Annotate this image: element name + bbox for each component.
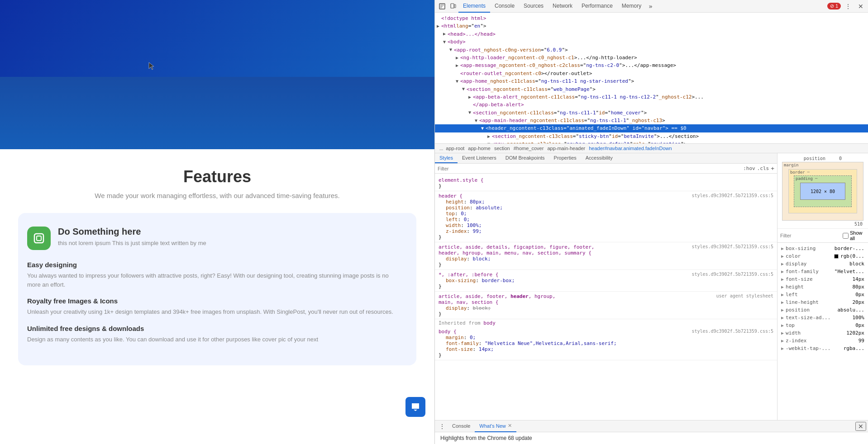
tree-toggle[interactable]: ▶: [467, 94, 473, 100]
tree-line[interactable]: ▶ <section _ngcontent-c13 class="sticky-…: [435, 132, 868, 140]
tree-toggle[interactable]: ▶: [435, 23, 441, 29]
console-tab-close[interactable]: ✕: [508, 423, 512, 429]
tree-toggle[interactable]: ▼: [467, 109, 473, 116]
tree-toggle[interactable]: ▶: [441, 31, 448, 37]
breadcrumb-item[interactable]: app-root: [444, 145, 466, 151]
computed-row[interactable]: ▶ text-size-ad... 100%: [777, 314, 868, 321]
css-rule: element.style { }: [435, 175, 777, 191]
features-title: Features: [9, 167, 425, 186]
tree-line[interactable]: ▼ <section _ngcontent-c11 class="ng-tns-…: [435, 109, 868, 117]
color-swatch: [834, 254, 839, 259]
tab-dom-breakpoints[interactable]: DOM Breakpoints: [501, 153, 549, 163]
elements-panel: <!doctype html> ▶ <html lang="en"> ▶ <he…: [435, 13, 868, 444]
html-tree[interactable]: <!doctype html> ▶ <html lang="en"> ▶ <he…: [435, 13, 868, 144]
computed-row[interactable]: ▶ box-sizing border-...: [777, 245, 868, 252]
features-section: Features We made your work managing effo…: [0, 149, 434, 383]
filter-cls[interactable]: .cls: [757, 165, 769, 171]
tree-line[interactable]: ▼ <app-home _nghost-c11 class="ng-tns-c1…: [435, 77, 868, 85]
filter-hov[interactable]: :hov: [743, 165, 755, 171]
tab-sources[interactable]: Sources: [519, 0, 548, 13]
tab-accessibility[interactable]: Accessibility: [581, 153, 617, 163]
devtools-close-btn[interactable]: ✕: [855, 1, 866, 12]
styles-tabs: Styles Event Listeners DOM Breakpoints P…: [435, 153, 777, 164]
filter-add[interactable]: +: [771, 165, 774, 172]
bottom-console: ⋮ Console What's New ✕ ✕ Highlights from…: [435, 420, 868, 444]
tab-properties[interactable]: Properties: [549, 153, 581, 163]
tree-toggle[interactable]: ▼: [441, 39, 448, 45]
computed-row[interactable]: ▶ left 0px: [777, 291, 868, 298]
tree-line[interactable]: ▶ <app-beta-alert _ngcontent-c11 class="…: [435, 93, 868, 101]
console-message: Highlights from the Chrome 68 update: [440, 435, 532, 441]
computed-row[interactable]: ▶ width 1202px: [777, 329, 868, 337]
show-all-checkbox[interactable]: [843, 233, 849, 239]
console-close-btn[interactable]: ✕: [855, 422, 866, 431]
computed-row[interactable]: ▶ top 0px: [777, 321, 868, 329]
breadcrumb-item-active[interactable]: header#navbar.animated.fadeInDown: [587, 145, 673, 151]
computed-row[interactable]: ▶ display block: [777, 260, 868, 268]
computed-row[interactable]: ▶ height 80px: [777, 283, 868, 291]
tree-line-selected[interactable]: ▼ <header _ngcontent-c13 class="animated…: [435, 124, 868, 132]
tree-line[interactable]: ▶ <head>...</head>: [435, 30, 868, 38]
tab-network[interactable]: Network: [548, 0, 577, 13]
tree-line[interactable]: ▼ <app-main-header _ngcontent-c11 class=…: [435, 117, 868, 124]
position-num: position 0: [804, 155, 842, 162]
tree-line[interactable]: <!doctype html>: [435, 14, 868, 22]
feature1-title: Easy designing: [27, 261, 403, 269]
tree-toggle[interactable]: ▶: [454, 55, 460, 61]
console-tab-console[interactable]: Console: [448, 420, 475, 432]
tree-line[interactable]: ▼ <section _ngcontent-c11 class="web_hom…: [435, 85, 868, 93]
tab-styles[interactable]: Styles: [435, 153, 458, 163]
devtools-more-btn[interactable]: ⋮: [843, 1, 854, 12]
device-btn[interactable]: [448, 1, 458, 12]
tab-console[interactable]: Console: [490, 0, 519, 13]
feature3-title: Unlimited free designs & downloads: [27, 325, 403, 332]
feature2-title: Royalty free Images & Icons: [27, 297, 403, 305]
breadcrumb-item-home-cover[interactable]: #home_cover: [512, 145, 546, 151]
console-more-btn[interactable]: ⋮: [437, 421, 448, 432]
computed-filter-input[interactable]: [780, 233, 843, 238]
tree-line[interactable]: <router-outlet _ngcontent-c0></router-ou…: [435, 70, 868, 77]
tab-more[interactable]: »: [646, 3, 655, 10]
feature1-desc: You always wanted to impress your follow…: [27, 271, 403, 289]
breadcrumb-item-section[interactable]: section: [492, 145, 512, 151]
tree-toggle[interactable]: ▼: [473, 118, 479, 124]
feature-main-title: Do Something here: [58, 227, 206, 237]
styles-area: Styles Event Listeners DOM Breakpoints P…: [435, 153, 868, 420]
tree-line[interactable]: ▼ <body>: [435, 38, 868, 46]
svg-rect-4: [454, 5, 456, 8]
tree-toggle[interactable]: ▶: [486, 133, 492, 140]
svg-rect-1: [37, 236, 41, 241]
tree-line[interactable]: </app-beta-alert>: [435, 101, 868, 109]
computed-row[interactable]: ▶ color rgb(0...: [777, 252, 868, 260]
tree-line[interactable]: ▼ <app-root _nghost-c0 ng-version="6.0.9…: [435, 46, 868, 54]
tree-toggle[interactable]: ▼: [479, 125, 486, 132]
computed-row[interactable]: ▶ -webkit-tap-... rgba...: [777, 345, 868, 352]
computed-row[interactable]: ▶ font-size 14px: [777, 275, 868, 283]
tab-event-listeners[interactable]: Event Listeners: [458, 153, 501, 163]
console-tab-whats-new[interactable]: What's New ✕: [475, 420, 516, 432]
tree-line[interactable]: ▶ <app-message _ngcontent-c0 _nghost-c2 …: [435, 61, 868, 69]
breadcrumb-item[interactable]: app-home: [466, 145, 492, 151]
tree-line[interactable]: ▼ <nav _ngcontent-c13 class="navbar navb…: [435, 140, 868, 144]
chat-button[interactable]: [405, 397, 425, 417]
computed-row[interactable]: ▶ line-height 20px: [777, 298, 868, 306]
tab-performance[interactable]: Performance: [577, 0, 617, 13]
tree-toggle[interactable]: ▼: [460, 86, 467, 92]
computed-row[interactable]: ▶ z-index 99: [777, 337, 868, 345]
show-all-label[interactable]: Show all: [843, 230, 865, 241]
tree-toggle[interactable]: ▼: [448, 47, 454, 53]
inspect-btn[interactable]: [437, 1, 448, 12]
breadcrumb-item-app-main-header[interactable]: app-main-header: [545, 145, 587, 151]
computed-row[interactable]: ▶ position absolu...: [777, 306, 868, 314]
feature-item-3: Unlimited free designs & downloads Desig…: [27, 325, 403, 344]
tab-memory[interactable]: Memory: [617, 0, 646, 13]
tab-elements[interactable]: Elements: [458, 0, 490, 13]
tree-line[interactable]: ▶ <html lang="en">: [435, 22, 868, 30]
computed-row[interactable]: ▶ font-family "Helvet...: [777, 268, 868, 275]
styles-filter-input[interactable]: [438, 166, 741, 171]
tree-toggle[interactable]: ▼: [454, 78, 460, 85]
error-badge: ⊘ 1: [827, 3, 841, 9]
tree-toggle[interactable]: ▶: [454, 62, 460, 69]
breadcrumb-more[interactable]: ...: [439, 146, 444, 151]
tree-line[interactable]: ▶ <ng-http-loader _ngcontent-c0 _nghost-…: [435, 54, 868, 61]
